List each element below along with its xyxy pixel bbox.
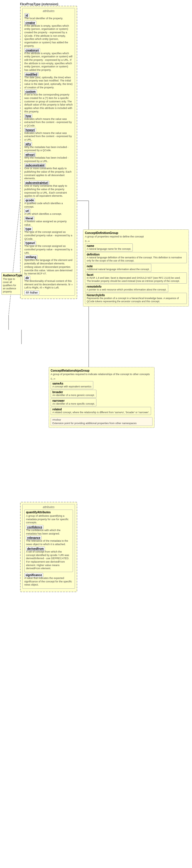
field-howuri-desc: Indicates which means the value was extr… <box>24 132 73 142</box>
attributes-section: attributes id The local identifier of th… <box>22 8 75 296</box>
field-confidence: confidence The confidence with which the… <box>26 525 71 535</box>
field-id-desc: The local identifier of the property. <box>24 17 73 20</box>
concept-def-title: ConceptDefinitionGroup <box>85 231 187 235</box>
field-pubconstraint-desc: One or more constraints that apply to pu… <box>24 167 73 180</box>
item-sameas-label: sameAs <box>52 382 91 385</box>
field-custom-desc: If set to true the corresponding propert… <box>24 93 73 113</box>
item-narrower-label: narrower <box>52 399 95 402</box>
field-why: why Why the metadata has been included -… <box>24 142 73 152</box>
diagram-container: FlexPropType (extension) attributes id T… <box>0 0 192 868</box>
item-remoteinfo-row: remoteInfo A pointer to a web resource w… <box>85 284 187 292</box>
field-dir-desc: The directionality of textual content of… <box>24 280 73 290</box>
item-narrower-desc: An identifier of a more specific concept… <box>52 402 95 405</box>
field-type-desc: The type of the concept assigned as cont… <box>24 230 73 241</box>
field-xmllang-desc: Specifies the language of the element an… <box>24 259 73 275</box>
extension-desc: Extension point for providing additional… <box>52 422 151 425</box>
field-typeuri: typeuri The type of the concept assigned… <box>24 241 73 255</box>
concept-rel-title: ConceptRelationshipsGroup <box>51 369 153 372</box>
quantify-attributes-section: attributes quantifyAttributes A group of… <box>22 504 75 589</box>
field-whyuri: whyuri Why the metadata has been include… <box>24 153 73 163</box>
field-relevance-desc: The relevance of the metadata to the new… <box>26 539 71 546</box>
item-facet-desc: In INAR 1.8 and later, facet is deprecat… <box>87 276 185 283</box>
field-derivedfrom: derivedfrom A set of concept from which … <box>26 547 71 570</box>
concept-def-group: ConceptDefinitionGroup A group of proper… <box>83 229 189 307</box>
concept-rel-desc: A group of properties required to indica… <box>51 373 153 376</box>
field-modified: modified The date (and, optionally, the … <box>24 72 73 90</box>
field-uri: uri A URI which identifies a concept. <box>24 209 73 216</box>
flexproptype-box: attributes id The local identifier of th… <box>20 6 77 299</box>
audience-type-desc: The type to cover all qualifiers for an … <box>3 278 20 293</box>
quantify-section: attributes quantifyAttributes A group of… <box>20 502 77 592</box>
item-note-row: note Additional natural language informa… <box>85 264 187 272</box>
item-sameas-row: sameAs A concept with equivalent semanti… <box>51 381 153 389</box>
item-remoteinfo-label: remoteInfo <box>87 285 166 288</box>
field-literal: literal A freetext value assigned as pro… <box>24 217 73 226</box>
diagram-title: FlexPropType (extension) <box>20 2 59 6</box>
field-whyuri-desc: Why the metadata has been included - exp… <box>24 156 73 163</box>
audience-type-title: AudienceType <box>3 274 20 277</box>
hash-other-label: ## #other <box>24 290 39 295</box>
field-pubconstrainturi: pubconstrainturi One or many constraints… <box>24 181 73 198</box>
concept-def-mult: 0..∞ <box>85 240 187 243</box>
item-name-label: name <box>87 244 131 247</box>
concept-rel-mult: 0..∞ <box>51 377 153 380</box>
item-note-label: note <box>87 265 150 268</box>
field-id: id The local identifier of the property. <box>24 13 73 20</box>
field-custom: custom If set to true the corresponding … <box>24 90 73 113</box>
field-how: how Indicates which means the value was … <box>24 114 73 128</box>
field-creatoruri: creatoruri If the attribute is empty, sp… <box>24 49 73 72</box>
quantify-group-desc: A group of attributes quantifying a meta… <box>26 515 71 524</box>
extension-row: ##other Extension point for providing ad… <box>51 417 153 426</box>
item-hierarchyinfo-desc: Represents the position of a concept in … <box>87 297 185 303</box>
item-facet-label: facet <box>87 273 185 276</box>
field-significance-desc: A value that indicates the expected sign… <box>24 577 73 587</box>
field-uri-desc: A URI which identifies a concept. <box>24 213 73 216</box>
item-narrower-row: narrower An identifier of a more specifi… <box>51 398 153 406</box>
field-qcode-desc: A qualified code which identifies a conc… <box>24 202 73 209</box>
concept-rel-group: ConceptRelationshipsGroup A group of pro… <box>49 367 155 428</box>
field-modified-desc: The date (and, optionally, the time) whe… <box>24 76 73 90</box>
field-derivedfrom-desc: A set of concept from which the concept … <box>26 550 71 570</box>
svg-line-0 <box>9 186 22 315</box>
item-broader-desc: An identifier of a more generic concept. <box>52 394 95 397</box>
field-xmllang: xmllang Specifies the language of the el… <box>24 255 73 275</box>
attributes-label: attributes <box>24 9 73 12</box>
item-related-desc: A related concept, where the relationshi… <box>52 411 149 414</box>
audience-type-box: AudienceType The type to cover all quali… <box>1 272 21 295</box>
field-typeuri-desc: The type of the concept assigned as cont… <box>24 245 73 255</box>
field-creator-desc: If the attribute is empty, specifies whi… <box>24 24 73 48</box>
item-remoteinfo-desc: A pointer to a web resource which provid… <box>87 288 166 291</box>
field-literal-desc: A freetext value assigned as property va… <box>24 220 73 226</box>
item-broader-row: broader An identifier of a more generic … <box>51 390 153 398</box>
field-creator: creator If the attribute is empty, speci… <box>24 21 73 48</box>
field-pubconstraint: pubconstraint One or more constraints th… <box>24 163 73 180</box>
item-note-desc: Additional natural language information … <box>87 268 150 271</box>
field-dir: dir The directionality of textual conten… <box>24 276 73 290</box>
item-related-row: related A related concept, where the rel… <box>51 407 153 415</box>
item-definition-row: definition A natural language definition… <box>85 252 187 263</box>
field-why-desc: Why the metadata has been included - exp… <box>24 146 73 152</box>
hash-other-row: ## #other <box>24 291 73 294</box>
field-confidence-desc: The confidence with which the metadata h… <box>26 529 71 535</box>
field-qcode: qcode A qualified code which identifies … <box>24 198 73 209</box>
item-facet-row: facet In INAR 1.8 and later, facet is de… <box>85 272 187 284</box>
item-related-label: related <box>52 408 149 411</box>
item-name-row: name A natural language name for the con… <box>85 244 187 251</box>
quantify-group-name: quantifyAttributes <box>26 511 71 514</box>
item-definition-label: definition <box>87 253 185 256</box>
field-pubconstrainturi-desc: One or many constraints that apply to pu… <box>24 184 73 198</box>
quantify-group-box: quantifyAttributes A group of attributes… <box>24 509 73 572</box>
item-broader-label: broader <box>52 391 95 394</box>
item-definition-desc: A natural language definition of the sem… <box>87 256 185 262</box>
item-hierarchyinfo-label: hierarchyInfo <box>87 293 185 297</box>
field-relevance: relevance The relevance of the metadata … <box>26 536 71 546</box>
field-howuri: howuri Indicates which means the value w… <box>24 128 73 142</box>
field-significance: significance A value that indicates the … <box>24 573 73 587</box>
field-how-desc: Indicates which means the value was extr… <box>24 118 73 128</box>
quantify-attributes-label: attributes <box>24 505 73 509</box>
item-hierarchyinfo-row: hierarchyInfo Represents the position of… <box>85 293 187 304</box>
item-name-desc: A natural language name for the concept. <box>87 247 131 251</box>
field-type: type The type of the concept assigned as… <box>24 227 73 241</box>
extension-label: ##other <box>52 418 151 421</box>
field-creatoruri-desc: If the attribute is empty, specifies whi… <box>24 52 73 72</box>
